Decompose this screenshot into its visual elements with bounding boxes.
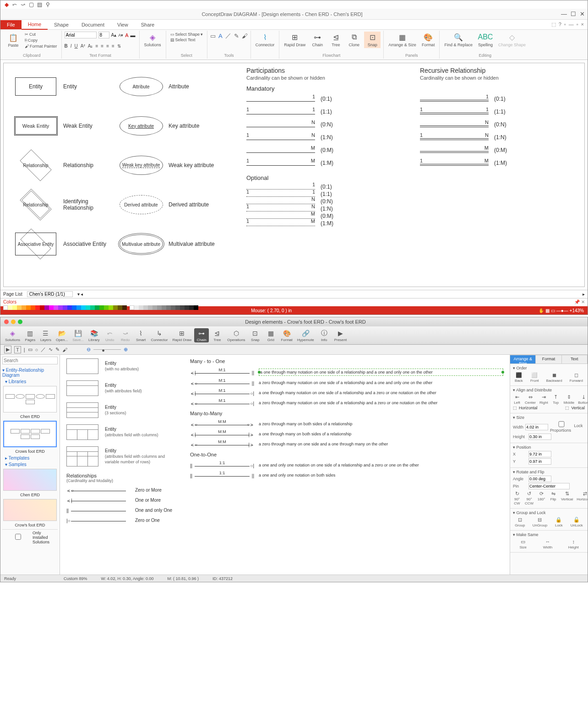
- home-tab[interactable]: Home: [22, 20, 48, 30]
- align-right[interactable]: ⇥Right: [539, 394, 548, 405]
- align-justify-icon[interactable]: ≡: [112, 43, 114, 49]
- rect-tool-icon[interactable]: ▭: [28, 347, 33, 352]
- window-state-icon[interactable]: —: [569, 22, 574, 27]
- tb-layers[interactable]: ☰Layers: [38, 328, 53, 342]
- tb-present[interactable]: ▶Present: [332, 328, 349, 342]
- align-left[interactable]: ⇤Left: [513, 394, 521, 405]
- rot-90ccw[interactable]: ↺90° CCW: [525, 490, 534, 505]
- tb-tree[interactable]: ⊴Tree: [210, 328, 224, 342]
- tb-info[interactable]: ⓘInfo: [317, 328, 332, 342]
- align-center-icon[interactable]: ≡: [101, 43, 103, 49]
- color-panel-close-icon[interactable]: 📌 ✕: [574, 299, 585, 304]
- file-tab[interactable]: File: [0, 20, 22, 29]
- share-tab[interactable]: Share: [135, 20, 161, 29]
- line-spacing-icon[interactable]: ⇅: [117, 43, 121, 49]
- line-tool2-icon[interactable]: ／: [41, 346, 46, 353]
- entity-no-attr-shape[interactable]: [66, 358, 98, 374]
- attribute-shape[interactable]: Attribute: [120, 77, 163, 96]
- zoom-out-icon[interactable]: ⊖: [87, 347, 91, 352]
- brush-tool2-icon[interactable]: 🖌: [62, 347, 67, 352]
- same-size[interactable]: ▭Size: [519, 538, 527, 549]
- sidebar-libraries[interactable]: ▾ Libraries: [5, 379, 58, 384]
- brush-tool-icon[interactable]: 🖌: [242, 33, 248, 39]
- tb-rapid[interactable]: ⊞Rapid Draw: [170, 328, 193, 342]
- flip-btn[interactable]: ⇋Flip: [549, 490, 557, 505]
- tb-pages[interactable]: ▥Pages: [23, 328, 38, 342]
- format-tab[interactable]: Format: [536, 355, 561, 364]
- status-icons[interactable]: ✋ ▦ ▭ —●— +: [539, 308, 572, 313]
- entity-attr-shape[interactable]: [66, 380, 98, 396]
- tb-solutions[interactable]: ◈Solutions: [3, 328, 22, 342]
- bold-button[interactable]: B: [65, 43, 68, 49]
- pin-select[interactable]: [528, 483, 570, 489]
- arrange-size-button[interactable]: ▦Arrange & Size: [387, 32, 418, 48]
- entity-var-rows-shape[interactable]: [66, 446, 98, 466]
- view-tab[interactable]: View: [111, 20, 135, 29]
- find-replace-button[interactable]: 🔍Find & Replace: [442, 32, 474, 48]
- text-tool-icon[interactable]: A: [218, 33, 223, 39]
- order-forward[interactable]: ◻Forward: [570, 372, 583, 383]
- qa-undo-icon[interactable]: ⤺: [11, 1, 18, 8]
- unlock-btn[interactable]: 🔓UnLock: [571, 516, 583, 527]
- sidebar-search[interactable]: [2, 357, 58, 364]
- qa-redo-icon[interactable]: ⤻: [20, 1, 26, 8]
- page-name-input[interactable]: [27, 291, 73, 297]
- tb-connector[interactable]: ↳Connector: [149, 328, 170, 342]
- page-next-icon[interactable]: ▸: [583, 292, 585, 297]
- tb-smart[interactable]: ⌇Smart: [134, 328, 148, 342]
- weak-entity-shape[interactable]: Weak Entity: [14, 116, 58, 136]
- tb-redo[interactable]: ⤻Redo: [118, 328, 133, 342]
- lib-crows-foot-erd[interactable]: [3, 421, 57, 447]
- snap-button[interactable]: ⊡Snap: [364, 32, 381, 48]
- status-zoom[interactable]: Custom 89%: [64, 576, 87, 581]
- help-icon[interactable]: ⬚: [551, 22, 556, 27]
- entity-shape[interactable]: Entity: [15, 77, 56, 96]
- connector-button[interactable]: ⌇Connector: [254, 32, 277, 48]
- identifying-relationship-shape[interactable]: Relationship: [15, 193, 56, 216]
- x-input[interactable]: [528, 451, 551, 457]
- subscript-button[interactable]: A₂: [88, 43, 93, 49]
- zoom-level[interactable]: 143%: [572, 308, 584, 313]
- select-text-button[interactable]: ▤ Select Text: [169, 37, 205, 43]
- qa-save-icon[interactable]: ▤: [36, 1, 43, 8]
- maximize-button[interactable]: ☐: [571, 11, 576, 17]
- order-backward[interactable]: ◼Backward: [546, 372, 562, 383]
- format-painter-button[interactable]: 🖌 Format Painter: [23, 43, 59, 49]
- entity-columns-shape[interactable]: [66, 424, 98, 440]
- flip-v[interactable]: ⇅Vertical: [561, 490, 573, 505]
- mac-zoom-button[interactable]: [18, 320, 22, 324]
- tb-format[interactable]: 🎨Format: [279, 328, 294, 342]
- arrange-tab[interactable]: Arrange & Size: [510, 355, 536, 364]
- align-right-icon[interactable]: ≡: [106, 43, 109, 49]
- lock-proportions[interactable]: [550, 421, 573, 427]
- page-prev-icon[interactable]: ▾ ◂: [77, 292, 83, 297]
- curve-tool-icon[interactable]: ∿: [49, 347, 53, 352]
- pointer-tool-icon[interactable]: ▶: [4, 346, 11, 353]
- group-btn[interactable]: ⊡Group: [515, 516, 525, 527]
- tree-button[interactable]: ⊴Tree: [327, 32, 344, 48]
- sidebar-samples[interactable]: ▾ Samples: [5, 462, 58, 467]
- derived-attribute-shape[interactable]: Derived attribute: [120, 195, 163, 214]
- highlight-icon[interactable]: ▬: [131, 33, 136, 38]
- collapse-ribbon-icon[interactable]: ▫: [564, 22, 566, 27]
- text-tool2-icon[interactable]: T: [14, 346, 21, 353]
- tb-snap[interactable]: ⊡Snap: [248, 328, 262, 342]
- minimize-button[interactable]: —: [561, 11, 567, 17]
- superscript-button[interactable]: A²: [81, 43, 85, 49]
- align-center[interactable]: ⇔Center: [525, 394, 536, 405]
- font-name-select[interactable]: [65, 32, 97, 38]
- solutions-button[interactable]: ◈Solutions: [142, 32, 163, 48]
- underline-button[interactable]: U: [75, 43, 78, 49]
- qa-new-icon[interactable]: ▢: [28, 1, 34, 8]
- lock-btn[interactable]: 🔒Lock: [555, 516, 563, 527]
- tb-grid[interactable]: ▦Grid: [263, 328, 278, 342]
- relationship-shape[interactable]: Relationship: [15, 154, 56, 177]
- window-close-inner-icon[interactable]: ▫: [577, 22, 578, 27]
- options-icon[interactable]: ?: [559, 22, 561, 27]
- qa-preview-icon[interactable]: ⚲: [44, 1, 51, 8]
- zoom-in-icon[interactable]: ⊕: [124, 347, 128, 352]
- ungroup-btn[interactable]: ⊟UnGroup: [533, 516, 547, 527]
- chain-button[interactable]: ⊶Chain: [309, 32, 326, 48]
- flip-h[interactable]: ⇄Horizontal: [577, 490, 588, 505]
- drawing-canvas[interactable]: Entity Entity Attribute Attribute Weak E…: [3, 63, 585, 287]
